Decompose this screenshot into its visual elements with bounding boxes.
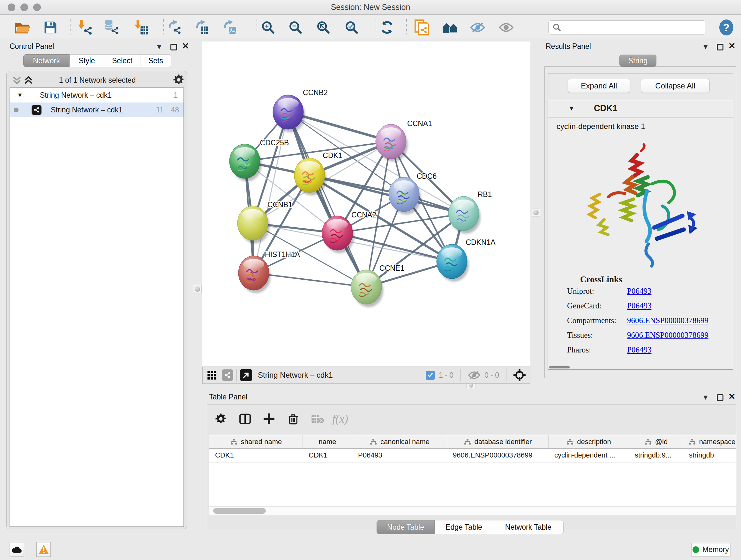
- show-all-button[interactable]: [497, 18, 515, 37]
- table-options-button[interactable]: [212, 411, 229, 427]
- export-network-button[interactable]: [167, 18, 185, 37]
- open-session-button[interactable]: [13, 18, 31, 37]
- node-CDKN1A[interactable]: [436, 244, 469, 282]
- control-panel-float-button[interactable]: [171, 44, 177, 51]
- crosslink-link[interactable]: P06493: [627, 301, 651, 310]
- table-panel-float-button[interactable]: [717, 394, 724, 401]
- memory-button[interactable]: Memory: [691, 543, 731, 557]
- edge-CDK1-RB1[interactable]: [310, 175, 464, 213]
- table-cell[interactable]: stringdb:9...: [629, 449, 683, 462]
- crosslink-link[interactable]: 9606.ENSP00000378699: [627, 331, 709, 340]
- column-header--id[interactable]: @id: [629, 435, 683, 448]
- zoom-fit-button[interactable]: [314, 18, 332, 37]
- selected-checkbox-icon[interactable]: [426, 371, 435, 380]
- tab-network-table[interactable]: Network Table: [493, 520, 563, 534]
- import-network-from-database-button[interactable]: [104, 18, 122, 37]
- apply-layout-button[interactable]: [378, 18, 396, 37]
- node-RB1[interactable]: [448, 196, 481, 234]
- tab-select[interactable]: Select: [105, 54, 140, 67]
- column-header-database-identifier[interactable]: database identifier: [447, 435, 549, 448]
- node-CCNB2[interactable]: [273, 95, 305, 132]
- first-neighbors-button[interactable]: [441, 18, 459, 37]
- detach-view-button[interactable]: [240, 369, 252, 381]
- delete-table-button-disabled[interactable]: [309, 411, 326, 427]
- tab-sets[interactable]: Sets: [140, 54, 172, 67]
- tab-node-table[interactable]: Node Table: [377, 520, 434, 534]
- zoom-out-button[interactable]: −: [286, 18, 305, 37]
- create-column-button[interactable]: [261, 411, 277, 427]
- export-image-button[interactable]: [222, 18, 240, 37]
- export-table-button[interactable]: [194, 18, 212, 37]
- edge-CCNB2-CCNE1[interactable]: [288, 112, 366, 287]
- left-splitter-handle[interactable]: [193, 285, 202, 294]
- warnings-button[interactable]: [37, 542, 51, 557]
- table-cell[interactable]: 9606.ENSP00000378699: [447, 449, 549, 462]
- table-panel-close-button[interactable]: ✕: [728, 391, 736, 401]
- toolbar-search-field[interactable]: [548, 20, 706, 35]
- tab-network[interactable]: Network: [23, 54, 70, 67]
- column-header-canonical-name[interactable]: canonical name: [352, 435, 447, 448]
- results-scrollbar-thumb[interactable]: [549, 366, 569, 368]
- column-header-shared-name[interactable]: shared name: [209, 435, 303, 448]
- save-session-button[interactable]: [42, 18, 59, 37]
- hide-selected-button[interactable]: [469, 18, 487, 37]
- table-panel-collapse-icon[interactable]: ▼: [702, 393, 709, 401]
- delete-column-button[interactable]: [285, 411, 301, 427]
- right-splitter-handle[interactable]: [532, 208, 540, 217]
- crosslink-link[interactable]: 9606.ENSP00000378699: [627, 316, 709, 325]
- table-scrollbar-thumb[interactable]: [213, 508, 266, 514]
- gene-collapse-arrow-icon[interactable]: ▼: [568, 105, 575, 112]
- network-graph[interactable]: CCNB2CCNA1CDC25BCDK1CDC6RB1CCNB1CCNA2CDK…: [202, 42, 530, 367]
- collection-expand-arrow-icon[interactable]: ▼: [17, 91, 23, 99]
- cloud-status-button[interactable]: [10, 542, 24, 557]
- collapse-all-networks-icon[interactable]: [12, 76, 22, 85]
- zoom-in-button[interactable]: +: [259, 18, 277, 37]
- column-header-description[interactable]: description: [549, 435, 629, 448]
- collapse-all-button[interactable]: Collapse All: [641, 79, 710, 93]
- node-CCNE1[interactable]: [351, 270, 383, 307]
- table-cell[interactable]: cyclin-dependent ...: [549, 449, 629, 462]
- tab-edge-table[interactable]: Edge Table: [434, 520, 493, 534]
- function-builder-button-disabled[interactable]: f(x): [332, 411, 348, 427]
- tab-style[interactable]: Style: [70, 54, 105, 67]
- import-network-button[interactable]: [77, 18, 95, 37]
- network-row-selected[interactable]: String Network – cdk1 11 48: [10, 103, 184, 117]
- birds-eye-crosshair-icon[interactable]: [514, 369, 526, 381]
- gene-section-header[interactable]: ▼ CDK1: [548, 100, 733, 118]
- results-panel-float-button[interactable]: [717, 44, 724, 51]
- crosslink-link[interactable]: P06493: [627, 346, 651, 354]
- network-view-icon[interactable]: [222, 369, 233, 381]
- results-panel-close-button[interactable]: ✕: [728, 41, 736, 51]
- import-table-button[interactable]: [133, 18, 151, 37]
- node-CCNA2[interactable]: [322, 216, 354, 253]
- node-CDC25B[interactable]: [229, 144, 262, 181]
- edge-HIST1H1A-CCNE1[interactable]: [254, 273, 366, 287]
- node-CCNA1[interactable]: [376, 124, 408, 162]
- node-CDK1[interactable]: [294, 158, 327, 195]
- table-cell[interactable]: CDK1: [209, 449, 303, 462]
- control-panel-close-button[interactable]: ✕: [182, 41, 189, 51]
- help-button[interactable]: ?: [718, 18, 735, 37]
- table-horizontal-scrollbar[interactable]: [209, 506, 736, 515]
- table-cell[interactable]: stringdb: [683, 449, 736, 462]
- table-row[interactable]: CDK1CDK1P064939606.ENSP00000378699cyclin…: [209, 449, 736, 462]
- node-CDC6[interactable]: [389, 177, 421, 214]
- results-panel-collapse-icon[interactable]: ▼: [702, 43, 709, 51]
- crosslink-link[interactable]: P06493: [627, 287, 651, 296]
- edge-CCNB2-HIST1H1A[interactable]: [254, 112, 288, 273]
- copy-network-button[interactable]: [413, 18, 431, 37]
- network-collection-row[interactable]: ▼ String Network – cdk1 1: [10, 88, 184, 103]
- table-cell[interactable]: CDK1: [303, 449, 352, 462]
- zoom-selected-button[interactable]: [343, 18, 360, 37]
- search-input[interactable]: [564, 23, 701, 32]
- node-HIST1H1A[interactable]: [239, 256, 271, 293]
- table-cell[interactable]: P06493: [352, 449, 447, 462]
- expand-all-networks-icon[interactable]: [23, 76, 33, 85]
- network-options-gear-icon[interactable]: [173, 74, 185, 85]
- column-header-name[interactable]: name: [303, 435, 352, 448]
- grid-view-button[interactable]: [207, 370, 217, 380]
- show-columns-button[interactable]: [237, 411, 253, 427]
- tab-string[interactable]: String: [619, 55, 657, 67]
- network-canvas[interactable]: CCNB2CCNA1CDC25BCDK1CDC6RB1CCNB1CCNA2CDK…: [202, 42, 530, 367]
- column-header-namespace[interactable]: namespace: [683, 435, 736, 448]
